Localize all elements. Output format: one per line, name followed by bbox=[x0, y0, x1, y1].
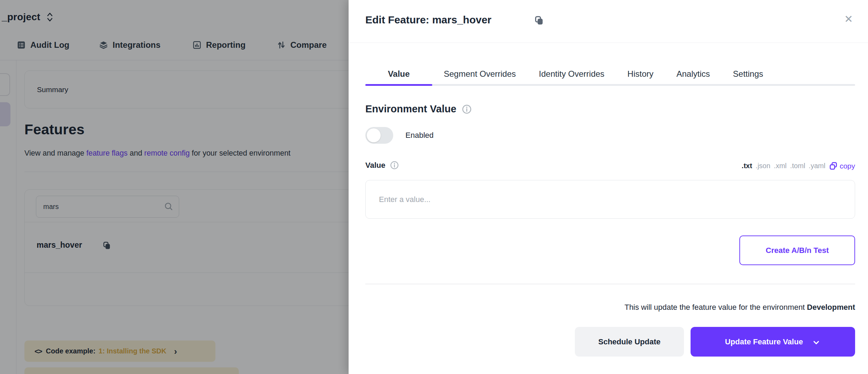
panel-title: Edit Feature: mars_hover bbox=[365, 14, 492, 26]
tab-value[interactable]: Value bbox=[365, 63, 432, 84]
screen: _project Audit Log Integrations bbox=[0, 0, 868, 374]
copy-label: copy bbox=[840, 162, 855, 170]
info-icon[interactable] bbox=[390, 160, 399, 170]
tab-analytics[interactable]: Analytics bbox=[665, 63, 722, 84]
schedule-update-button[interactable]: Schedule Update bbox=[575, 327, 684, 357]
toggle-label: Enabled bbox=[405, 131, 434, 140]
toggle-knob bbox=[367, 128, 381, 142]
environment-value-section: Environment Value bbox=[365, 103, 472, 115]
format-xml[interactable]: .xml bbox=[774, 162, 787, 170]
footer-note: This will update the feature value for t… bbox=[624, 303, 855, 312]
format-toml[interactable]: .toml bbox=[790, 162, 805, 170]
feature-value-input[interactable] bbox=[365, 180, 855, 219]
footer-note-text: This will update the feature value for t… bbox=[624, 303, 807, 312]
format-txt[interactable]: .txt bbox=[742, 162, 752, 170]
update-feature-value-button[interactable]: Update Feature Value bbox=[691, 327, 855, 357]
tab-settings[interactable]: Settings bbox=[722, 63, 775, 84]
value-label-row: Value bbox=[365, 160, 399, 170]
edit-feature-panel: Edit Feature: mars_hover ✕ Value Segment… bbox=[349, 0, 868, 374]
tab-track bbox=[365, 84, 855, 86]
tab-identity-overrides[interactable]: Identity Overrides bbox=[527, 63, 616, 84]
create-abn-test-button[interactable]: Create A/B/n Test bbox=[739, 235, 855, 265]
format-json[interactable]: .json bbox=[756, 162, 770, 170]
active-tab-indicator bbox=[365, 84, 432, 86]
footer-divider bbox=[365, 284, 855, 284]
panel-tabs: Value Segment Overrides Identity Overrid… bbox=[365, 63, 855, 86]
info-icon[interactable] bbox=[462, 104, 472, 114]
value-format-switcher: .txt .json .xml .toml .yaml copy bbox=[742, 162, 855, 170]
footer-buttons: Schedule Update Update Feature Value bbox=[575, 327, 855, 357]
chevron-down-icon bbox=[812, 338, 821, 347]
environment-name: Development bbox=[807, 303, 855, 312]
format-yaml[interactable]: .yaml bbox=[809, 162, 825, 170]
tab-segment-overrides[interactable]: Segment Overrides bbox=[432, 63, 527, 84]
tab-history[interactable]: History bbox=[616, 63, 665, 84]
environment-value-heading: Environment Value bbox=[365, 103, 456, 115]
enabled-toggle-row: Enabled bbox=[365, 127, 434, 144]
panel-header: Edit Feature: mars_hover ✕ bbox=[349, 0, 868, 43]
header-divider bbox=[349, 43, 868, 43]
enabled-toggle[interactable] bbox=[365, 127, 393, 144]
copy-value-button[interactable]: copy bbox=[829, 162, 855, 170]
close-icon[interactable]: ✕ bbox=[844, 13, 853, 25]
update-button-label: Update Feature Value bbox=[725, 337, 803, 346]
value-label: Value bbox=[365, 161, 385, 170]
modal-backdrop[interactable] bbox=[0, 0, 349, 374]
copy-feature-name-icon[interactable] bbox=[534, 15, 544, 27]
